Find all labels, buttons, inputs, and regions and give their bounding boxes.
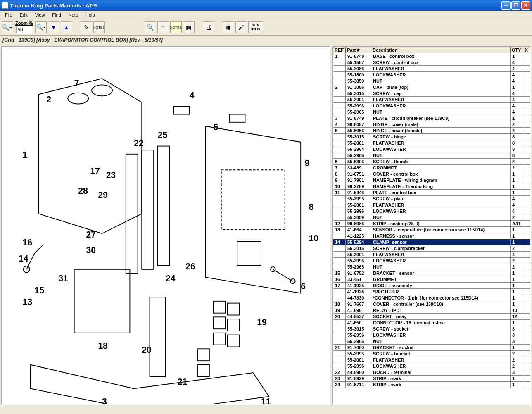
table-row[interactable]: 1633-451GROMMET1 — [333, 276, 530, 283]
notes-button[interactable]: NOTES — [93, 21, 105, 33]
table-row[interactable]: 655-5396SCREW - thumb2 — [333, 159, 530, 165]
zoom-label: Zoom % — [14, 21, 34, 26]
menu-help[interactable]: Help — [82, 12, 98, 18]
table-row[interactable]: 55-3059NUT2 — [333, 214, 530, 221]
parts-grid-pane[interactable]: REF Part # Description QTY X 191-6748BAS… — [332, 46, 531, 405]
table-row[interactable]: 891-6751COVER - control box1 — [333, 171, 530, 177]
table-row[interactable]: 1099-2789NAMEPLATE - Thermo King1 — [333, 183, 530, 190]
table-row[interactable]: 55-2996LOCKWASHER2 — [333, 363, 530, 369]
table-row[interactable]: 55-2996LOCKWASHER4 — [333, 208, 530, 214]
callout-3: 3 — [102, 397, 107, 404]
table-row[interactable]: 499-8057HINGE - cover (male)2 — [333, 121, 530, 128]
table-row[interactable]: 2044-5537SOCKET - relay12 — [333, 314, 530, 320]
search-button[interactable]: 🔍 — [145, 21, 156, 33]
callout-18: 18 — [98, 341, 108, 350]
table-row[interactable]: 1191-5446PLATE - control box1 — [333, 190, 530, 196]
table-row[interactable]: 44-7330*CONNECTOR - 1 pin (for connector… — [333, 295, 530, 301]
zoom-out-button[interactable]: 🔍- — [35, 21, 47, 33]
table-row[interactable]: 2491-6711STRIP - mark1 — [333, 382, 530, 388]
col-part[interactable]: Part # — [346, 47, 371, 53]
table-row[interactable]: 55-3015SCREW - socket3 — [333, 326, 530, 332]
table-row[interactable]: 55-2965NUT8 — [333, 152, 530, 159]
table-row[interactable]: 41-1225HARNESS - sensor1 — [333, 233, 530, 239]
table-row[interactable]: 1891-7667COVER - controller (see 139C10)… — [333, 301, 530, 307]
table-row[interactable]: 1299-8986STRIP - sealing (25 ft)A/R — [333, 221, 530, 227]
table-row[interactable]: 55-2996LOCKWASHER3 — [333, 332, 530, 338]
callout-1: 1 — [23, 150, 28, 159]
table-row[interactable]: 55-3059NUT4 — [333, 78, 530, 84]
table-row[interactable]: 191-6748BASE - control box1 — [333, 53, 530, 59]
table-row[interactable]: 41-1926*RECTIFIER1 — [333, 289, 530, 295]
table-row[interactable]: 1455-5294CLAMP- sensor1 — [333, 239, 530, 245]
table-row[interactable]: 55-2965NUT2 — [333, 264, 530, 270]
table-row[interactable]: 55-3015SCREW - hinge8 — [333, 134, 530, 140]
scroll-down-button[interactable]: ▼ — [48, 21, 59, 33]
col-x[interactable]: X — [523, 47, 530, 53]
grid-button[interactable]: ▦ — [223, 21, 234, 33]
table-row[interactable]: 55-2995SCREW - bracket2 — [333, 351, 530, 357]
gen-info-button[interactable]: GEN INFO — [248, 21, 263, 33]
callout-9: 9 — [305, 158, 310, 168]
callout-31: 31 — [58, 274, 68, 283]
minimize-button[interactable]: ─ — [501, 1, 511, 10]
table-row[interactable]: 55-3015SCREW - clamp/bracket2 — [333, 245, 530, 252]
col-qty[interactable]: QTY — [511, 47, 523, 53]
table-row[interactable]: 55-2001FLATWASHER4 — [333, 97, 530, 103]
menu-view[interactable]: View — [32, 12, 48, 18]
table-row[interactable]: 733-489GROMMET2 — [333, 165, 530, 171]
table-row[interactable]: 55-2086FLATWASHER4 — [333, 66, 530, 72]
table-row[interactable]: 991-7981NAMEPLATE - wiring diagram1 — [333, 177, 530, 183]
table-row[interactable]: 2391-5929STRIP - mark1 — [333, 376, 530, 382]
table-row[interactable]: 55-2965NUT4 — [333, 109, 530, 115]
table-row[interactable]: 55-2995SCREW - plate4 — [333, 196, 530, 202]
brush-button[interactable]: 🖌 — [235, 21, 247, 33]
page-button[interactable]: ▭ — [157, 21, 169, 33]
table-row[interactable]: 555-8056HINGE - cover (female)2 — [333, 128, 530, 134]
callout-20: 20 — [142, 345, 152, 355]
table-row[interactable]: 55-2964LOCKWASHER8 — [333, 146, 530, 152]
table-row[interactable]: 55-2996LOCKWASHER2 — [333, 258, 530, 264]
close-button[interactable]: ✕ — [521, 1, 530, 10]
table-row[interactable]: 1941-896RELAY - IPDT10 — [333, 307, 530, 314]
table-row[interactable]: 2191-7450BRACKET - socket1 — [333, 345, 530, 351]
callout-5: 5 — [213, 122, 218, 132]
zoom-in-button[interactable]: 🔍+ — [2, 21, 13, 33]
table-row[interactable]: 2244-5980BOARD - terminal3 — [333, 369, 530, 376]
table-row[interactable]: 1341-664SENSOR - temperature (for connec… — [333, 227, 530, 233]
print-button[interactable]: 🖨 — [203, 21, 214, 33]
table-row[interactable]: 1741-1925DIODE - assembly1 — [333, 283, 530, 289]
edit-button[interactable]: ✎ — [81, 21, 92, 33]
table-row[interactable]: 55-3015SCREW - cap4 — [333, 90, 530, 97]
table-row[interactable]: 291-3086CAP - plate (top)1 — [333, 84, 530, 90]
scroll-up-button[interactable]: ▲ — [61, 21, 72, 33]
menu-bar: File Edit View Find Note Help — [0, 11, 532, 19]
table-row[interactable]: 1591-6752BRACKET - sensor1 — [333, 270, 530, 276]
table-row[interactable]: 55-2001FLATWASHER2 — [333, 357, 530, 363]
menu-edit[interactable]: Edit — [17, 12, 31, 18]
svg-rect-12 — [213, 317, 225, 329]
table-row[interactable]: 55-2001FLATWASHER8 — [333, 140, 530, 146]
col-desc[interactable]: Description — [371, 47, 511, 53]
callout-16: 16 — [23, 238, 33, 247]
zoom-input[interactable] — [16, 26, 32, 34]
diagram-pane[interactable]: 1234567891011131415161718192021222324252… — [1, 46, 330, 405]
svg-rect-8 — [158, 146, 170, 266]
table-row[interactable]: 55-2965NUT3 — [333, 338, 530, 345]
table-row[interactable]: 55-1800LOCKWASHER4 — [333, 72, 530, 78]
col-ref[interactable]: REF — [333, 47, 346, 53]
table-row[interactable]: 391-6749PLATE - circuit breaker (see 139… — [333, 115, 530, 121]
callout-29: 29 — [98, 190, 108, 200]
table-button[interactable]: ▦ — [183, 21, 195, 33]
table-row[interactable]: 55-2001FLATWASHER4 — [333, 202, 530, 208]
table-row[interactable]: 55-1587SCREW - control box4 — [333, 59, 530, 66]
menu-file[interactable]: File — [2, 12, 16, 18]
callout-27: 27 — [86, 230, 96, 239]
note-pad-button[interactable]: NOTES — [170, 21, 182, 33]
table-row[interactable]: 55-2996LOCKWASHER4 — [333, 103, 530, 109]
restore-button[interactable]: ❐ — [511, 1, 520, 10]
menu-note[interactable]: Note — [65, 12, 81, 18]
parts-table[interactable]: REF Part # Description QTY X 191-6748BAS… — [333, 47, 530, 388]
table-row[interactable]: 41-650CONNECTOR - 18 terminal in-line1 — [333, 320, 530, 326]
table-row[interactable]: 55-2001FLATWASHER4 — [333, 252, 530, 258]
menu-find[interactable]: Find — [49, 12, 64, 18]
